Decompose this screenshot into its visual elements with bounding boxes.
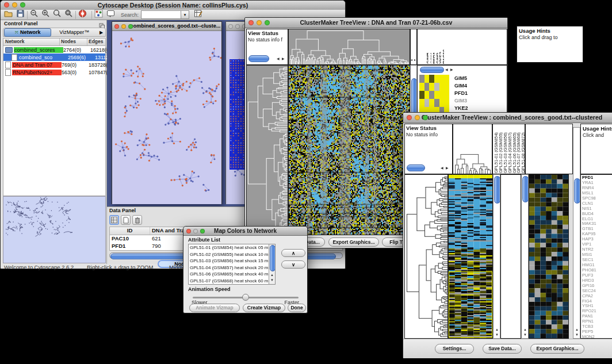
scroll-down-icon[interactable]: ▼	[270, 278, 274, 282]
scroll-left-icon[interactable]: ◀	[277, 57, 280, 61]
close-button[interactable]	[186, 229, 191, 233]
network-row[interactable]: combined_scores2764(0)16218(0)	[3, 46, 105, 53]
tv2-save-data-button[interactable]: Save Data...	[483, 344, 522, 354]
scroll-right-icon[interactable]: ▶	[450, 68, 453, 72]
attribute-list-item[interactable]: GPL51-06 (GSM865) heat shock 40 min	[189, 271, 269, 278]
tv1-global-heatmap[interactable]	[289, 66, 410, 235]
network-row[interactable]: RNAPuberNov2+563(0)107847(0)	[3, 68, 105, 76]
vscroll-thumb[interactable]	[494, 176, 500, 204]
minimize-button[interactable]	[121, 24, 126, 29]
tv1-column-dendrogram-panel[interactable]	[288, 29, 410, 65]
vscroll-thumb[interactable]	[270, 245, 276, 271]
tv2-row-dendrogram[interactable]	[405, 175, 447, 338]
scroll-right-icon[interactable]: ▸	[414, 58, 416, 62]
network-row[interactable]: combined_sco2569(6)13112(15)	[3, 53, 105, 61]
network-overview-panel[interactable]	[3, 196, 106, 263]
scroll-down-icon[interactable]: ▼	[575, 333, 579, 337]
close-button[interactable]	[407, 115, 412, 120]
treeview1-titlebar[interactable]: ClusterMaker TreeView : DNA and Tran 07-…	[245, 18, 507, 28]
tv2-zoom-heatmap-panel[interactable]	[529, 174, 569, 339]
tab-overflow-icon[interactable]: ▶	[97, 30, 105, 35]
treeview2-titlebar[interactable]: ClusterMaker TreeView : combined_scores_…	[403, 113, 612, 123]
attribute-list-item[interactable]: GPL51-02 (GSM855) heat shock 10 min	[189, 251, 269, 258]
col-network[interactable]: Network	[3, 39, 60, 45]
tv2-global-heatmap[interactable]	[449, 175, 492, 338]
attribute-list-item[interactable]: GPL51-03 (GSM856) heat shock 15 min	[189, 258, 269, 265]
close-button[interactable]	[248, 20, 254, 25]
tv2-settings-button[interactable]: Settings...	[435, 344, 474, 354]
delete-attribute-icon[interactable]	[132, 215, 142, 225]
scroll-up-icon[interactable]: ▲	[495, 328, 499, 332]
zoom-button[interactable]	[128, 24, 133, 29]
scroll-right-icon[interactable]: ▶	[282, 57, 285, 61]
vscroll-thumb[interactable]	[574, 178, 580, 204]
scroll-down-icon[interactable]: ▼	[523, 333, 527, 337]
move-up-button[interactable]: ∧	[281, 249, 305, 257]
data-col-id[interactable]: ID	[110, 227, 150, 235]
tv2-zoom-left-scrollbar[interactable]: ▲ ▼	[521, 174, 529, 339]
zoom-button[interactable]	[423, 115, 428, 120]
tv2-column-dendrogram-panel[interactable]	[453, 124, 492, 174]
tab-vizmapper[interactable]: VizMapper™	[52, 29, 98, 36]
minimize-button[interactable]	[193, 229, 198, 233]
network-view-1-titlebar[interactable]: combined_scores_good.txt--cluste...	[112, 22, 221, 31]
move-down-button[interactable]: ∨	[281, 260, 305, 269]
tv1-zoom-hscroll-thumb[interactable]	[420, 67, 444, 73]
minimize-button[interactable]	[257, 20, 262, 25]
tv2-column-dendrogram[interactable]	[453, 124, 492, 174]
attribute-list-scrollbar[interactable]: ▲ ▼	[269, 244, 275, 284]
tv1-heatmap-panel[interactable]	[288, 65, 410, 235]
scroll-up-icon[interactable]: ▲	[575, 328, 579, 332]
col-edges[interactable]: Edges	[87, 39, 104, 45]
tv1-export-graphics-button[interactable]: Export Graphics...	[328, 237, 379, 247]
grid-view-icon[interactable]	[109, 215, 119, 225]
network-canvas-1[interactable]	[112, 31, 221, 204]
tv2-row-dendrogram-panel[interactable]	[404, 174, 448, 339]
attribute-list-item[interactable]: GPL51-01 (GSM854) heat shock 05 min	[189, 244, 269, 251]
minimize-button[interactable]	[12, 2, 17, 7]
scroll-left-icon[interactable]: ◂	[411, 58, 412, 62]
zoom-button[interactable]	[265, 20, 270, 25]
new-attribute-icon[interactable]	[121, 215, 131, 225]
save-session-icon[interactable]	[16, 9, 25, 20]
search-dropdown-icon[interactable]: ▾	[181, 10, 189, 19]
scroll-up-icon[interactable]: ▲	[270, 273, 274, 277]
done-button[interactable]: Done	[288, 304, 306, 312]
tv2-status-scroll-thumb[interactable]	[407, 164, 425, 171]
attribute-list-item[interactable]: GPL51-04 (GSM857) heat shock 20 min	[189, 265, 269, 271]
tv1-column-dendrogram[interactable]	[289, 29, 410, 64]
slider-thumb[interactable]	[242, 294, 249, 301]
tv1-status-scroll-thumb[interactable]	[248, 55, 269, 62]
minimize-button[interactable]	[415, 115, 420, 120]
close-button[interactable]	[228, 24, 233, 29]
zoom-fit-icon[interactable]	[64, 9, 73, 20]
close-button[interactable]	[114, 24, 119, 29]
zoom-out-icon[interactable]	[30, 9, 39, 20]
minimize-button[interactable]	[235, 24, 240, 29]
network-overview-canvas[interactable]	[3, 197, 105, 263]
scroll-left-icon[interactable]: ◀	[441, 166, 443, 170]
scroll-right-icon[interactable]: ▶	[446, 166, 449, 170]
zoom-button[interactable]	[20, 2, 25, 7]
scroll-down-icon[interactable]: ▼	[495, 333, 499, 337]
tv2-vscrollbar[interactable]: ▲ ▼	[493, 174, 500, 339]
open-session-icon[interactable]	[4, 9, 13, 20]
tv2-zoom-heatmap[interactable]	[529, 175, 568, 338]
zoom-in-icon[interactable]	[41, 9, 50, 20]
tv2-gene-scrollbar[interactable]: ▲ ▼	[573, 127, 580, 339]
annotation-icon[interactable]	[106, 9, 115, 20]
zoom-selected-icon[interactable]	[53, 9, 62, 20]
tv2-export-graphics-button[interactable]: Export Graphics...	[530, 344, 584, 354]
tv2-heatmap-panel[interactable]	[448, 174, 493, 339]
close-button[interactable]	[4, 2, 9, 7]
vscroll-thumb[interactable]	[522, 176, 529, 202]
col-nodes[interactable]: Nodes	[60, 39, 87, 45]
scroll-left-icon[interactable]: ◀	[445, 68, 448, 72]
vizmapper-icon[interactable]	[94, 9, 103, 20]
scroll-up-icon[interactable]: ▲	[523, 328, 527, 332]
zoom-button[interactable]	[200, 229, 205, 233]
main-titlebar[interactable]: Cytoscape Desktop (Session Name: collins…	[1, 1, 345, 10]
tv1-row-dendrogram[interactable]	[247, 66, 288, 235]
tab-network[interactable]: ⁙ Network	[4, 28, 51, 37]
network-row[interactable]: DNA and Tran 07769(0)183728(0)	[3, 61, 105, 68]
